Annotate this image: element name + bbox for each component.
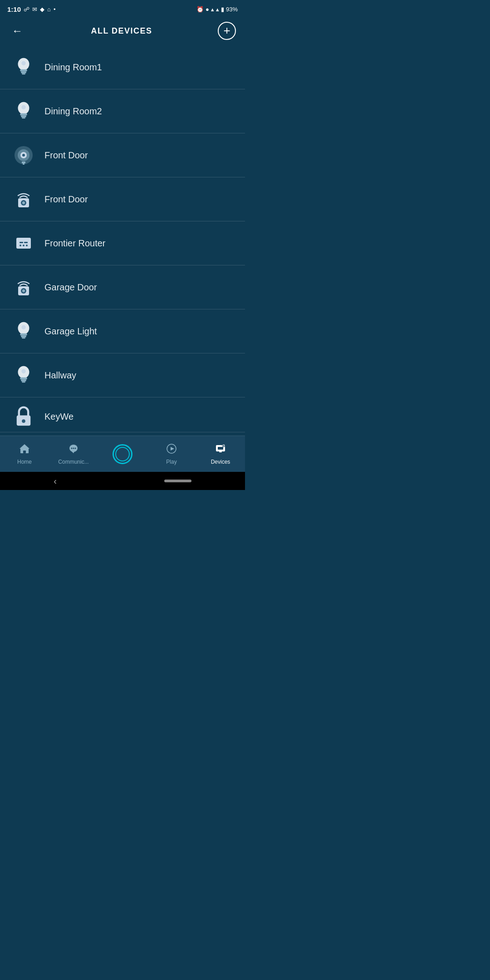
svg-point-23 bbox=[23, 245, 24, 246]
system-back-button[interactable]: ‹ bbox=[54, 476, 57, 486]
svg-rect-3 bbox=[22, 73, 25, 74]
svg-rect-51 bbox=[218, 447, 223, 450]
play-nav-label: Play bbox=[166, 459, 176, 465]
list-item[interactable]: Front Door bbox=[0, 133, 245, 177]
svg-rect-36 bbox=[22, 381, 25, 382]
list-item[interactable]: Dining Room2 bbox=[0, 89, 245, 133]
svg-rect-15 bbox=[23, 163, 24, 165]
battery-icon: ▮ bbox=[221, 6, 224, 13]
svg-point-24 bbox=[26, 245, 28, 246]
svg-point-37 bbox=[21, 369, 26, 374]
communicate-nav-label: Communic... bbox=[58, 459, 88, 465]
svg-point-18 bbox=[22, 201, 25, 204]
page-title: ALL DEVICES bbox=[91, 26, 152, 36]
bulb-icon bbox=[11, 318, 36, 344]
alexa-button[interactable] bbox=[113, 444, 132, 464]
svg-rect-42 bbox=[23, 451, 26, 453]
facebook-icon: ◆ bbox=[40, 6, 44, 13]
signal-icon: ▴ bbox=[216, 6, 219, 13]
svg-rect-1 bbox=[20, 69, 27, 72]
home-nav-icon bbox=[19, 443, 30, 457]
svg-rect-21 bbox=[24, 242, 28, 243]
nav-item-home[interactable]: Home bbox=[0, 436, 49, 472]
dot-icon: • bbox=[54, 6, 56, 13]
list-item[interactable]: Garage Light bbox=[0, 309, 245, 353]
svg-rect-54 bbox=[223, 445, 224, 446]
svg-rect-8 bbox=[22, 117, 25, 118]
svg-rect-6 bbox=[20, 113, 27, 116]
router-icon bbox=[11, 230, 36, 256]
bottom-nav: Home Communic... Play bbox=[0, 436, 245, 472]
list-item[interactable]: Front Door bbox=[0, 177, 245, 221]
device-name: Dining Room1 bbox=[44, 62, 102, 73]
nav-item-alexa[interactable] bbox=[98, 436, 147, 472]
device-name: Frontier Router bbox=[44, 238, 106, 249]
device-name: Hallway bbox=[44, 370, 76, 381]
svg-rect-52 bbox=[219, 451, 222, 452]
svg-point-39 bbox=[22, 419, 25, 423]
svg-point-46 bbox=[73, 447, 74, 449]
svg-point-27 bbox=[22, 289, 25, 292]
doorbell-icon bbox=[11, 186, 36, 212]
bulb-icon bbox=[11, 54, 36, 80]
play-nav-icon bbox=[166, 443, 177, 457]
garage-door-icon bbox=[11, 274, 36, 300]
svg-rect-31 bbox=[22, 337, 25, 338]
alarm-icon: ⏰ bbox=[196, 6, 204, 13]
svg-rect-30 bbox=[21, 336, 26, 338]
bulb-icon bbox=[11, 98, 36, 124]
list-item[interactable]: Garage Door bbox=[0, 265, 245, 309]
communicate-nav-icon bbox=[68, 443, 79, 457]
home-nav-label: Home bbox=[17, 459, 32, 465]
list-item[interactable]: Dining Room1 bbox=[0, 45, 245, 89]
bulb-icon bbox=[11, 363, 36, 388]
svg-rect-14 bbox=[22, 162, 25, 163]
devices-nav-icon bbox=[215, 443, 226, 457]
camera-icon bbox=[11, 142, 36, 168]
device-list: Dining Room1 Dining Room2 bbox=[0, 45, 245, 432]
svg-rect-19 bbox=[16, 238, 31, 249]
status-time: 1:10 bbox=[7, 5, 21, 13]
device-name: Front Door bbox=[44, 150, 88, 161]
nav-item-communicate[interactable]: Communic... bbox=[49, 436, 98, 472]
add-device-button[interactable]: + bbox=[218, 22, 236, 40]
list-item[interactable]: Hallway bbox=[0, 353, 245, 397]
plus-icon: + bbox=[223, 24, 230, 36]
device-name: Dining Room2 bbox=[44, 106, 102, 117]
devices-nav-label: Devices bbox=[211, 459, 230, 465]
svg-point-45 bbox=[71, 447, 73, 449]
svg-point-47 bbox=[75, 447, 76, 449]
svg-rect-34 bbox=[20, 377, 27, 380]
system-home-pill[interactable] bbox=[164, 480, 191, 482]
gmail-icon: ✉ bbox=[32, 6, 37, 13]
device-name: Garage Door bbox=[44, 282, 97, 293]
svg-point-32 bbox=[21, 325, 26, 330]
nav-item-devices[interactable]: Devices bbox=[196, 436, 245, 472]
battery-percent: 93% bbox=[226, 6, 238, 13]
location-icon: ● bbox=[206, 6, 209, 13]
device-name: Front Door bbox=[44, 194, 88, 205]
list-item[interactable]: Frontier Router bbox=[0, 221, 245, 265]
device-name: KeyWe bbox=[44, 412, 74, 422]
wifi-icon: ▴ bbox=[211, 6, 214, 13]
nav-item-play[interactable]: Play bbox=[147, 436, 196, 472]
svg-marker-41 bbox=[20, 444, 29, 449]
svg-rect-7 bbox=[21, 116, 26, 118]
svg-point-13 bbox=[22, 154, 25, 157]
svg-point-4 bbox=[21, 61, 26, 66]
lock-icon bbox=[11, 404, 36, 429]
list-item[interactable]: KeyWe bbox=[0, 397, 245, 432]
svg-marker-44 bbox=[72, 451, 74, 453]
device-name: Garage Light bbox=[44, 326, 97, 337]
svg-point-9 bbox=[21, 105, 26, 110]
back-arrow-icon: ← bbox=[12, 24, 23, 37]
header: ← ALL DEVICES + bbox=[0, 16, 245, 45]
svg-rect-35 bbox=[21, 380, 26, 382]
svg-point-22 bbox=[20, 245, 21, 246]
svg-rect-2 bbox=[21, 72, 26, 74]
back-button[interactable]: ← bbox=[9, 23, 25, 39]
svg-marker-49 bbox=[171, 447, 174, 451]
svg-rect-29 bbox=[20, 333, 27, 336]
status-right: ⏰ ● ▴ ▴ ▮ 93% bbox=[196, 6, 238, 13]
svg-rect-20 bbox=[20, 242, 23, 243]
